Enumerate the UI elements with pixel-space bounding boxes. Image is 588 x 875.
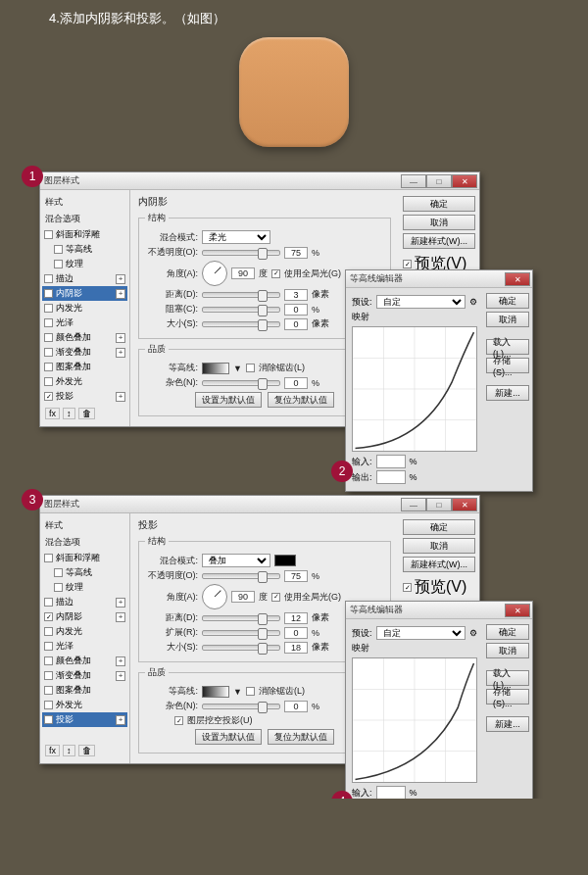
add-instance-icon[interactable]: +	[116, 348, 125, 358]
reset-default-button[interactable]: 复位为默认值	[268, 392, 334, 408]
style-checkbox[interactable]	[44, 304, 53, 313]
blend-mode-select[interactable]: 叠加	[202, 554, 270, 567]
sidebar-style-item[interactable]: 等高线	[42, 242, 127, 257]
add-instance-icon[interactable]: +	[116, 274, 125, 284]
sidebar-style-item[interactable]: 颜色叠加+	[42, 330, 127, 345]
opacity-slider[interactable]	[202, 573, 280, 579]
style-checkbox[interactable]	[54, 245, 63, 254]
contour-picker[interactable]	[202, 363, 229, 374]
global-light-checkbox[interactable]: ✓	[271, 269, 280, 278]
add-instance-icon[interactable]: +	[116, 333, 125, 343]
style-checkbox[interactable]: ✓	[44, 289, 53, 298]
blend-options-header[interactable]: 混合选项	[42, 534, 127, 551]
load-button[interactable]: 载入(L)...	[486, 339, 529, 355]
preview-checkbox[interactable]: ✓	[403, 260, 412, 268]
new-style-button[interactable]: 新建样式(W)...	[403, 233, 475, 249]
size-value[interactable]: 18	[284, 642, 308, 654]
style-checkbox[interactable]	[44, 348, 53, 357]
spread-value[interactable]: 0	[284, 627, 308, 639]
save-button[interactable]: 存储(S)...	[486, 358, 529, 373]
style-checkbox[interactable]	[54, 260, 63, 268]
new-style-button[interactable]: 新建样式(W)...	[403, 557, 475, 572]
cancel-button[interactable]: 取消	[486, 643, 529, 658]
style-checkbox[interactable]	[44, 598, 53, 607]
fx-footer[interactable]: fx	[45, 408, 60, 419]
make-default-button[interactable]: 设置为默认值	[195, 729, 262, 745]
sidebar-style-item[interactable]: 图案叠加	[42, 360, 127, 374]
angle-dial[interactable]	[202, 584, 227, 609]
sidebar-style-item[interactable]: 纹理	[42, 257, 127, 271]
antialias-checkbox[interactable]	[246, 687, 255, 696]
style-checkbox[interactable]	[44, 377, 53, 386]
style-checkbox[interactable]: ✓	[44, 612, 53, 621]
shadow-color-swatch[interactable]	[274, 555, 296, 566]
sidebar-style-item[interactable]: 外发光	[42, 698, 127, 712]
sidebar-style-item[interactable]: ✓投影+	[42, 712, 127, 727]
contour-picker[interactable]	[202, 686, 229, 698]
style-checkbox[interactable]: ✓	[44, 715, 53, 724]
maximize-icon[interactable]: □	[426, 498, 452, 511]
load-button[interactable]: 载入(L)...	[486, 670, 529, 686]
style-checkbox[interactable]	[44, 363, 53, 371]
footer-btn-b[interactable]: 🗑	[78, 745, 95, 756]
dialog-titlebar[interactable]: 图层样式 — □ ✕	[40, 172, 479, 190]
style-checkbox[interactable]	[54, 583, 63, 592]
add-instance-icon[interactable]: +	[116, 671, 125, 681]
minimize-icon[interactable]: —	[401, 498, 426, 511]
size-slider[interactable]	[202, 321, 280, 327]
footer-btn-a[interactable]: ↕	[63, 745, 75, 756]
sidebar-style-item[interactable]: 渐变叠加+	[42, 668, 127, 683]
sidebar-style-item[interactable]: 斜面和浮雕	[42, 227, 127, 242]
contour-curve-grid[interactable]	[352, 657, 477, 783]
add-instance-icon[interactable]: +	[116, 656, 125, 666]
sidebar-style-item[interactable]: 内发光	[42, 301, 127, 316]
fx-footer[interactable]: fx	[45, 745, 60, 756]
sidebar-style-item[interactable]: ✓内阴影+	[42, 609, 127, 624]
sidebar-style-item[interactable]: 纹理	[42, 580, 127, 595]
new-button[interactable]: 新建...	[486, 385, 529, 401]
opacity-slider[interactable]: .slider:nth-of-type(1)::after{left:56px}	[202, 250, 280, 256]
sidebar-style-item[interactable]: 等高线	[42, 565, 127, 580]
save-button[interactable]: 存储(S)...	[486, 689, 529, 705]
angle-value[interactable]: 90	[231, 267, 255, 279]
style-checkbox[interactable]	[54, 568, 63, 577]
distance-slider[interactable]	[202, 292, 280, 298]
output-field[interactable]	[376, 470, 406, 484]
add-instance-icon[interactable]: +	[116, 612, 125, 622]
preset-menu-icon[interactable]: ⚙	[469, 297, 477, 307]
ok-button[interactable]: 确定	[403, 519, 475, 535]
noise-slider[interactable]	[202, 380, 280, 386]
style-checkbox[interactable]	[44, 701, 53, 709]
sidebar-style-item[interactable]: 光泽	[42, 639, 127, 654]
make-default-button[interactable]: 设置为默认值	[195, 392, 262, 408]
close-icon[interactable]: ✕	[505, 604, 530, 617]
choke-slider[interactable]	[202, 307, 280, 313]
angle-dial[interactable]	[202, 261, 227, 286]
sidebar-style-item[interactable]: 图案叠加	[42, 683, 127, 698]
noise-value[interactable]: 0	[284, 377, 308, 389]
sidebar-style-item[interactable]: 斜面和浮雕	[42, 551, 127, 565]
contour-titlebar[interactable]: 等高线编辑器 ✕	[346, 270, 532, 288]
antialias-checkbox[interactable]	[246, 364, 255, 372]
style-checkbox[interactable]	[44, 333, 53, 342]
sidebar-style-item[interactable]: 内发光	[42, 624, 127, 639]
choke-value[interactable]: 0	[284, 304, 308, 316]
style-checkbox[interactable]	[44, 274, 53, 283]
add-instance-icon[interactable]: +	[116, 715, 125, 725]
size-value[interactable]: 0	[284, 318, 308, 330]
minimize-icon[interactable]: —	[401, 174, 426, 188]
footer-btn-b[interactable]: 🗑	[78, 408, 95, 419]
input-field[interactable]	[376, 455, 406, 468]
sidebar-style-item[interactable]: 渐变叠加+	[42, 345, 127, 360]
maximize-icon[interactable]: □	[426, 174, 452, 188]
distance-value[interactable]: 3	[284, 289, 308, 301]
angle-value[interactable]: 90	[231, 591, 255, 603]
distance-value[interactable]: 12	[284, 612, 308, 624]
contour-titlebar[interactable]: 等高线编辑器 ✕	[346, 602, 532, 619]
opacity-value[interactable]: 75	[284, 247, 308, 259]
style-checkbox[interactable]	[44, 554, 53, 562]
noise-value[interactable]: 0	[284, 701, 308, 712]
style-checkbox[interactable]	[44, 318, 53, 327]
close-icon[interactable]: ✕	[452, 174, 477, 188]
style-checkbox[interactable]: ✓	[44, 392, 53, 401]
